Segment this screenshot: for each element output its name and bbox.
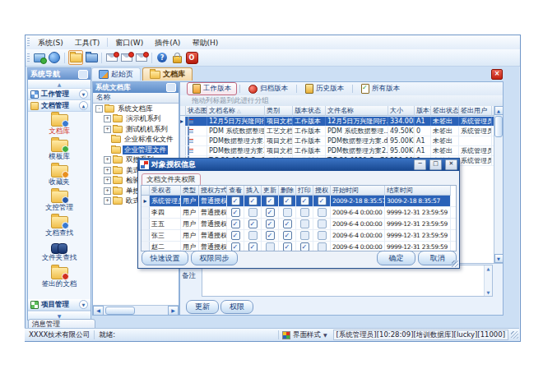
tree-expander-icon[interactable]: +: [104, 197, 111, 205]
tree-expander-icon[interactable]: +: [104, 156, 111, 164]
quick-setup-button[interactable]: 快速设置: [142, 251, 188, 265]
perm-checkbox[interactable]: [283, 196, 292, 205]
sidebar-scroll-up-button[interactable]: ▲: [28, 80, 90, 89]
column-header[interactable]: 插入: [244, 186, 262, 196]
sidebar-item-文档库[interactable]: 文档库: [28, 112, 90, 137]
scroll-left-arrow[interactable]: ◀: [93, 306, 104, 316]
close-button[interactable]: ✕: [445, 159, 457, 170]
perm-checkbox[interactable]: [248, 196, 258, 205]
ui-style-dropdown[interactable]: 界面样式 ▼: [278, 330, 331, 339]
column-header[interactable]: 版本号: [415, 106, 431, 116]
mail-send-icon[interactable]: [135, 51, 148, 64]
perm-checkbox[interactable]: [283, 208, 292, 217]
globe-icon[interactable]: [48, 51, 61, 64]
chevron-down-icon[interactable]: ▼: [79, 90, 88, 99]
perm-checkbox[interactable]: [300, 219, 309, 228]
sidebar-item-文档查找[interactable]: 文档查找: [28, 214, 90, 239]
menu-item[interactable]: 窗口(W): [109, 36, 149, 49]
remark-scrollbar[interactable]: ▲▼: [484, 265, 492, 296]
perm-checkbox[interactable]: [318, 242, 327, 251]
resize-grip[interactable]: [452, 261, 458, 267]
menu-item[interactable]: 插件(A): [149, 36, 186, 49]
perm-checkbox[interactable]: [266, 208, 275, 217]
tree-expander-icon[interactable]: +: [104, 187, 111, 195]
perm-checkbox[interactable]: [318, 219, 327, 228]
chevron-up-icon[interactable]: ▲: [79, 101, 88, 110]
sidebar-item-签出的文档[interactable]: 签出的文档: [28, 265, 90, 290]
perm-checkbox[interactable]: [283, 242, 292, 251]
group-by-bar[interactable]: 拖动列标题到此进行分组: [180, 95, 504, 107]
tab-start-page[interactable]: 起始页: [91, 67, 141, 81]
tree-horizontal-scrollbar[interactable]: ◀ ▶: [93, 305, 179, 315]
column-header[interactable]: 签出状态: [431, 106, 459, 116]
column-header[interactable]: 文档名称 △: [207, 106, 265, 116]
sidebar-item-文控管理[interactable]: 文控管理: [28, 188, 90, 214]
maximize-button[interactable]: □: [429, 159, 442, 170]
mail-open-icon[interactable]: [120, 51, 133, 64]
version-tab-所有版本[interactable]: 所有版本: [355, 82, 406, 95]
table-row[interactable]: ▸12月5日万兴隆同行...项目文档工作版本12月5日万兴隆同行...334.0…: [180, 117, 503, 127]
folder-open-icon[interactable]: [68, 50, 83, 65]
update-button[interactable]: 更新: [186, 300, 219, 314]
menu-item[interactable]: 工具(T): [69, 36, 106, 49]
version-tab-归档版本[interactable]: 归档版本: [243, 82, 294, 95]
cancel-button[interactable]: 取消: [418, 251, 457, 265]
perm-checkbox[interactable]: [231, 196, 240, 205]
column-header[interactable]: 文件名称: [326, 106, 388, 116]
tree-expander-icon[interactable]: +: [104, 167, 111, 174]
column-header[interactable]: 签出用户: [459, 106, 492, 116]
perm-checkbox[interactable]: [248, 242, 258, 251]
column-header[interactable]: 类型: [181, 186, 199, 196]
column-header[interactable]: 类别: [265, 106, 293, 116]
tree-expander-icon[interactable]: +: [104, 177, 111, 184]
chevron-down-icon[interactable]: ▼: [79, 300, 88, 309]
perm-checkbox[interactable]: [300, 231, 309, 240]
tree-expander-icon[interactable]: +: [104, 115, 111, 122]
tree-node[interactable]: +演示机系列: [93, 114, 179, 125]
perm-checkbox[interactable]: [231, 208, 240, 217]
menu-item[interactable]: 系统(S): [32, 36, 69, 49]
toolbar-grip[interactable]: [27, 53, 30, 62]
column-header[interactable]: [142, 186, 150, 196]
sidebar-item-模板库[interactable]: 模板库: [28, 137, 90, 163]
scroll-down-arrow[interactable]: ▼: [494, 254, 504, 263]
perm-checkbox[interactable]: [266, 219, 275, 228]
permission-button[interactable]: 权限: [220, 300, 253, 314]
close-tab-button[interactable]: ×: [491, 69, 503, 80]
scrollbar-thumb[interactable]: [494, 116, 503, 137]
tree-node[interactable]: -系统文档库: [93, 104, 179, 114]
power-icon[interactable]: O: [185, 51, 198, 64]
sidebar-item-收藏夹[interactable]: 收藏夹: [28, 163, 90, 188]
perm-checkbox[interactable]: [283, 231, 292, 240]
column-header[interactable]: 结束时间: [385, 186, 451, 196]
lock-icon[interactable]: [170, 51, 183, 64]
dialog-row[interactable]: ▸系统管理员用户普通授权2009-2-18 8:35:573009-2-18 8…: [142, 196, 456, 207]
ok-button[interactable]: 确定: [377, 251, 415, 265]
table-vertical-scrollbar[interactable]: ▲ ▼: [494, 106, 503, 263]
column-header[interactable]: 删除: [279, 186, 296, 196]
tree-node[interactable]: 企业标准化文件: [93, 135, 179, 145]
scrollbar-thumb[interactable]: [105, 307, 135, 315]
column-header[interactable]: 状态图: [186, 106, 207, 116]
perm-checkbox[interactable]: [318, 208, 327, 217]
column-header[interactable]: 开始时间: [331, 186, 385, 196]
tree-expander-icon[interactable]: +: [104, 126, 111, 133]
perm-checkbox[interactable]: [248, 208, 258, 217]
sidebar-section-project[interactable]: 项目管理 ▼: [28, 299, 90, 311]
column-header[interactable]: [180, 106, 186, 116]
version-tab-工作版本[interactable]: 工作版本: [187, 82, 237, 95]
perm-checkbox[interactable]: [300, 242, 309, 251]
scroll-right-arrow[interactable]: ▶: [168, 306, 179, 316]
perm-checkbox[interactable]: [248, 231, 258, 240]
perm-checkbox[interactable]: [300, 208, 309, 217]
monitor-sync-icon[interactable]: [33, 51, 46, 64]
perm-checkbox[interactable]: [231, 231, 240, 240]
perm-checkbox[interactable]: [266, 242, 275, 251]
dialog-row[interactable]: 张三用户普通授权2009-6-4 0:00:009999-12-31 23:59…: [142, 230, 456, 242]
mail-new-icon[interactable]: [105, 51, 118, 64]
column-header[interactable]: 授权: [313, 186, 331, 196]
perm-checkbox[interactable]: [300, 196, 309, 205]
column-header[interactable]: 受权者: [150, 186, 181, 196]
column-header[interactable]: 授权方式: [199, 186, 227, 196]
perm-checkbox[interactable]: [231, 219, 240, 228]
